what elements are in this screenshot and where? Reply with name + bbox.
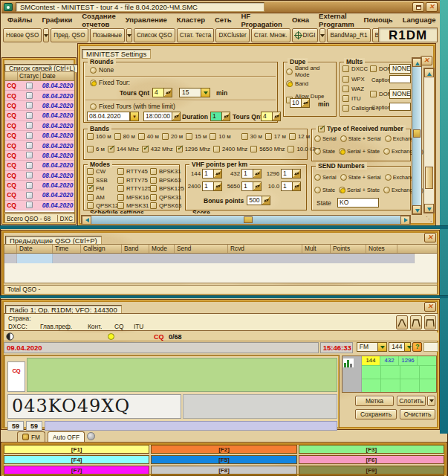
qso-row[interactable]: CQ 08.04.2020 (5, 111, 74, 120)
radio-fixed-tours-limit[interactable]: Fixed Tours (with time limit) (90, 103, 175, 110)
secondary-entry-field[interactable] (183, 394, 337, 419)
caption1-input[interactable] (389, 75, 411, 83)
spinner-icon[interactable] (213, 182, 221, 190)
horizontal-scrollbar[interactable] (81, 215, 411, 225)
band-grid-header[interactable]: 144 (362, 356, 380, 365)
qso-row[interactable]: CQ 08.04.2020 (5, 131, 74, 141)
bandmap-r1-button[interactable]: BandMap_R1 (327, 28, 370, 42)
menu-item[interactable]: Создание отчетов (82, 12, 115, 28)
spinner-icon[interactable] (163, 89, 172, 97)
col-header[interactable]: Callsign (81, 245, 122, 253)
start-date-input[interactable]: 08.04.2020 (87, 112, 130, 121)
scroll-down-icon[interactable] (412, 205, 421, 214)
band-checkbox[interactable]: 20 м (162, 133, 183, 140)
status-checkbox[interactable] (26, 202, 33, 208)
mark-button[interactable]: Метка (355, 396, 394, 406)
callsigns-dropdown[interactable] (126, 28, 132, 42)
dialog-scrollbar[interactable] (423, 68, 435, 213)
qso-row[interactable]: CQ 08.04.2020 (5, 81, 74, 91)
band-checkbox[interactable]: 2400 Mhz (213, 146, 247, 152)
filter-mid-button[interactable] (410, 315, 422, 329)
menu-item[interactable]: Помощь (364, 16, 393, 24)
col-header[interactable]: Send (175, 245, 228, 253)
band-checkbox[interactable]: 40 м (138, 133, 159, 140)
duration-spinner[interactable]: 1 (210, 112, 230, 121)
menu-item[interactable]: Language (403, 16, 436, 24)
mode-checkbox[interactable]: MFSK16 (117, 194, 151, 201)
tab-fm[interactable]: FM (17, 431, 45, 442)
test-stat-button[interactable]: Стат. Теста (177, 28, 215, 42)
vhf-points-spinner[interactable]: 1 (202, 169, 222, 178)
status-checkbox[interactable] (26, 162, 33, 169)
received-radio[interactable]: State (314, 148, 335, 155)
save-button[interactable]: Сохранить (355, 409, 397, 419)
qso-row[interactable]: CQ 08.04.2020 (5, 201, 74, 210)
band-checkbox[interactable]: 30 м (241, 133, 262, 140)
filter-wide-button[interactable] (424, 315, 436, 329)
qso-list-button[interactable]: Список QSO (134, 28, 175, 42)
mode-checkbox[interactable]: RTTY45 (117, 168, 151, 175)
spinner-icon[interactable] (221, 112, 230, 120)
band-select[interactable]: 144 (389, 342, 411, 352)
close-button[interactable] (426, 2, 438, 12)
menu-item[interactable]: Окна (292, 16, 309, 24)
selected-row-cells[interactable] (53, 254, 415, 263)
menu-item[interactable]: External Programm (319, 12, 354, 28)
scrollbar-thumb[interactable] (244, 216, 253, 223)
titlebar[interactable]: SMContest - MINITEST - tour 4 - file 8.0… (1, 1, 440, 13)
status-checkbox[interactable] (26, 92, 33, 99)
prev-qso-button[interactable]: Пред. QSO (51, 28, 88, 42)
col-header[interactable]: Notes (366, 245, 397, 253)
chevron-down-icon[interactable] (377, 343, 386, 351)
mode-checkbox[interactable]: QPSK125 (87, 202, 122, 209)
fkey-button[interactable]: [F1] (4, 445, 149, 454)
band-checkbox[interactable]: 160 м (87, 133, 111, 140)
band-checkbox[interactable]: 432 Mhz (142, 146, 173, 152)
status-checkbox[interactable] (26, 172, 33, 178)
vhf-points-spinner[interactable]: 1 (241, 181, 262, 191)
dom1-combo[interactable]: NONE (389, 64, 411, 74)
message-entry-field[interactable] (27, 358, 337, 392)
band-checkbox[interactable]: 17 м (265, 133, 286, 140)
band-checkbox[interactable]: 144 Mhz (108, 146, 139, 152)
fkey-button[interactable]: [F6] (299, 455, 444, 464)
dupe-radio[interactable]: Band and Mode (286, 65, 336, 78)
band-grid-header[interactable]: 1296 (399, 356, 418, 365)
radio-none[interactable]: None (90, 66, 114, 74)
digi-dropdown[interactable] (319, 28, 325, 42)
inner-scrollbar[interactable] (412, 57, 422, 215)
radio-close-button[interactable] (424, 302, 436, 312)
scroll-down-icon[interactable] (424, 204, 434, 213)
qso-row[interactable]: CQ 08.04.2020 (5, 101, 74, 111)
qso-row[interactable]: CQ 08.04.2020 (5, 121, 74, 131)
vhf-points-spinner[interactable]: 1 (202, 181, 222, 191)
col-header-date[interactable]: Date (41, 72, 74, 80)
dupe-radio[interactable]: Band (286, 80, 336, 87)
mult-itu-checkbox[interactable]: ITU (343, 95, 361, 102)
spinner-icon[interactable] (272, 112, 280, 120)
qso-row[interactable]: CQ 08.04.2020 (5, 91, 74, 100)
mult-waz-checkbox[interactable]: WAZ (343, 86, 364, 92)
qso-row[interactable]: CQ 08.04.2020 (5, 181, 74, 190)
previous-qso-selected-row[interactable] (4, 254, 437, 263)
spinner-icon[interactable] (253, 182, 261, 190)
send-radio[interactable]: Serial (314, 174, 337, 181)
status-checkbox[interactable] (26, 122, 33, 129)
filter-narrow-button[interactable] (396, 315, 408, 329)
spinner-icon[interactable] (253, 170, 261, 178)
status-checkbox[interactable] (26, 132, 33, 139)
status-checkbox[interactable] (26, 152, 33, 158)
qso-row[interactable]: CQ 08.04.2020 (5, 161, 74, 170)
mult-stat-button[interactable]: Стат. Множ. (251, 28, 290, 42)
col-header-blank[interactable] (4, 245, 17, 253)
minimize-button[interactable] (412, 2, 424, 12)
start-time-spinner[interactable]: 18:00:00 (143, 112, 181, 121)
spinner-icon[interactable] (292, 170, 300, 178)
menu-item[interactable]: Кластер (177, 16, 205, 24)
col-header[interactable]: Points (331, 245, 366, 253)
dxcluster-button[interactable]: DXCluster (215, 28, 249, 42)
vhf-points-spinner[interactable]: 1 (241, 169, 262, 178)
received-number-checkbox[interactable] (318, 126, 325, 132)
spinner-icon[interactable] (213, 170, 221, 178)
col-header[interactable]: Date (17, 245, 53, 253)
